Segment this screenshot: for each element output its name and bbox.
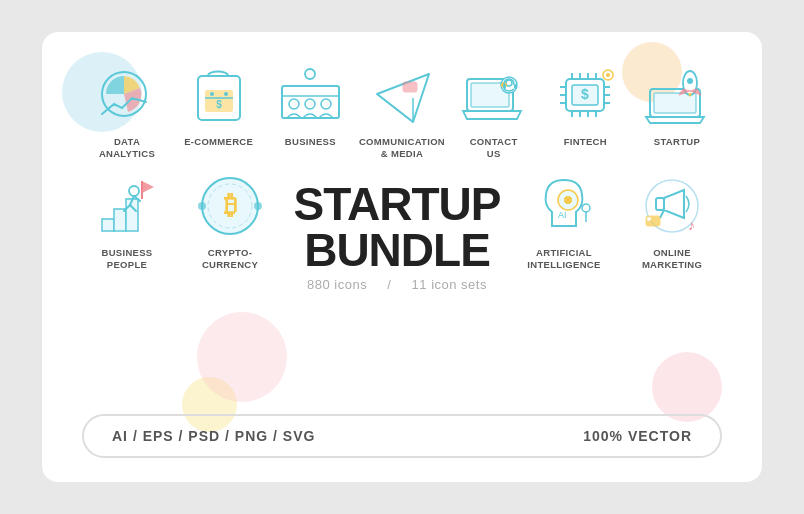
- svg-rect-51: [126, 199, 138, 231]
- icon-item-startup: STARTUP: [632, 60, 722, 148]
- icon-box-communication: [367, 60, 437, 130]
- svg-text:$: $: [581, 86, 589, 102]
- svg-text:♪: ♪: [688, 217, 695, 233]
- icon-item-business: BUSINESS: [265, 60, 355, 148]
- fintech-icon: $: [552, 65, 618, 125]
- icon-box-startup: [642, 60, 712, 130]
- svg-rect-50: [114, 209, 126, 231]
- formats-text: AI / EPS / PSD / PNG / SVG: [112, 428, 315, 444]
- icon-item-business-people: BUSINESS PEOPLE: [82, 171, 172, 272]
- deco-circle-br: [652, 352, 722, 422]
- stats-line: 880 icons / 11 icon sets: [280, 277, 514, 292]
- business-label: BUSINESS: [285, 136, 336, 148]
- svg-point-68: [647, 217, 651, 221]
- icon-item-ai: AI ARTIFICIAL INTELLIGENCE: [514, 171, 614, 272]
- contact-label: CONTACT US: [470, 136, 518, 161]
- ai-label: ARTIFICIAL INTELLIGENCE: [527, 247, 600, 272]
- icon-sets-count: 11 icon sets: [412, 277, 487, 292]
- icon-box-online-marketing: ♪: [637, 171, 707, 241]
- icon-item-contact: CONTACT US: [449, 60, 539, 161]
- svg-point-59: [198, 202, 206, 210]
- icon-item-communication: COMMUNICATION & MEDIA: [357, 60, 447, 161]
- svg-point-61: [564, 196, 572, 204]
- icon-item-cryptocurrency: ₿ CRYPTO- CURRENCY: [180, 171, 280, 272]
- deco-circle-mid: [197, 312, 287, 402]
- svg-text:AI: AI: [558, 210, 567, 220]
- svg-point-5: [224, 92, 228, 96]
- svg-point-58: [254, 202, 262, 210]
- startup-label: STARTUP: [654, 136, 700, 148]
- online-marketing-icon: ♪: [638, 172, 706, 240]
- icon-item-ecommerce: $ E-COMMERCE: [174, 60, 264, 148]
- data-analytics-label: DATA ANALYTICS: [99, 136, 155, 161]
- svg-point-11: [305, 99, 315, 109]
- bottom-bar: AI / EPS / PSD / PNG / SVG 100% VECTOR: [82, 414, 722, 458]
- ecommerce-label: E-COMMERCE: [184, 136, 253, 148]
- icon-box-data-analytics: [92, 60, 162, 130]
- svg-marker-54: [142, 181, 154, 193]
- middle-row: BUSINESS PEOPLE ₿ CRYPTO- CURR: [82, 171, 722, 292]
- main-title2: BUNDLE: [280, 227, 514, 273]
- svg-point-4: [210, 92, 214, 96]
- main-card: DATA ANALYTICS $ E-COMMERCE: [42, 32, 762, 482]
- icon-box-business: [275, 60, 345, 130]
- ecommerce-icon: $: [190, 64, 248, 126]
- svg-point-63: [582, 204, 590, 212]
- icon-box-fintech: $: [550, 60, 620, 130]
- svg-rect-16: [403, 82, 417, 92]
- data-analytics-icon: [96, 66, 158, 124]
- icon-box-cryptocurrency: ₿: [195, 171, 265, 241]
- ai-icon: AI: [530, 172, 598, 240]
- startup-icon: [644, 65, 709, 125]
- svg-rect-66: [656, 198, 664, 210]
- business-icon: [278, 66, 343, 124]
- fintech-label: FINTECH: [564, 136, 607, 148]
- business-people-icon: [96, 175, 158, 237]
- svg-point-42: [606, 73, 610, 77]
- icon-item-fintech: $: [540, 60, 630, 148]
- svg-rect-49: [102, 219, 114, 231]
- contact-icon: [461, 65, 526, 125]
- icons-count: 880 icons: [307, 277, 367, 292]
- svg-point-12: [321, 99, 331, 109]
- cryptocurrency-label: CRYPTO- CURRENCY: [202, 247, 258, 272]
- svg-rect-22: [503, 84, 506, 89]
- icon-box-ai: AI: [529, 171, 599, 241]
- icon-item-data-analytics: DATA ANALYTICS: [82, 60, 172, 161]
- vector-text: 100% VECTOR: [583, 428, 692, 444]
- online-marketing-label: ONLINE MARKETING: [642, 247, 702, 272]
- business-people-label: BUSINESS PEOPLE: [102, 247, 153, 272]
- icon-box-contact: [459, 60, 529, 130]
- main-title: STARTUP: [280, 181, 514, 227]
- cryptocurrency-icon: ₿: [196, 172, 264, 240]
- icon-item-online-marketing: ♪ ONLINE MARKETING: [622, 171, 722, 272]
- icon-box-ecommerce: $: [184, 60, 254, 130]
- top-icons-row: DATA ANALYTICS $ E-COMMERCE: [82, 60, 722, 161]
- center-text-block: STARTUP BUNDLE 880 icons / 11 icon sets: [280, 171, 514, 292]
- separator-1: /: [387, 277, 391, 292]
- svg-rect-23: [514, 84, 517, 89]
- icon-box-business-people: [92, 171, 162, 241]
- svg-text:₿: ₿: [224, 190, 237, 220]
- svg-point-9: [305, 69, 315, 79]
- svg-line-14: [377, 94, 413, 122]
- svg-point-10: [289, 99, 299, 109]
- svg-point-48: [687, 78, 693, 84]
- communication-label: COMMUNICATION & MEDIA: [359, 136, 445, 161]
- svg-text:$: $: [216, 99, 222, 110]
- communication-icon: [369, 66, 435, 124]
- svg-point-52: [129, 186, 139, 196]
